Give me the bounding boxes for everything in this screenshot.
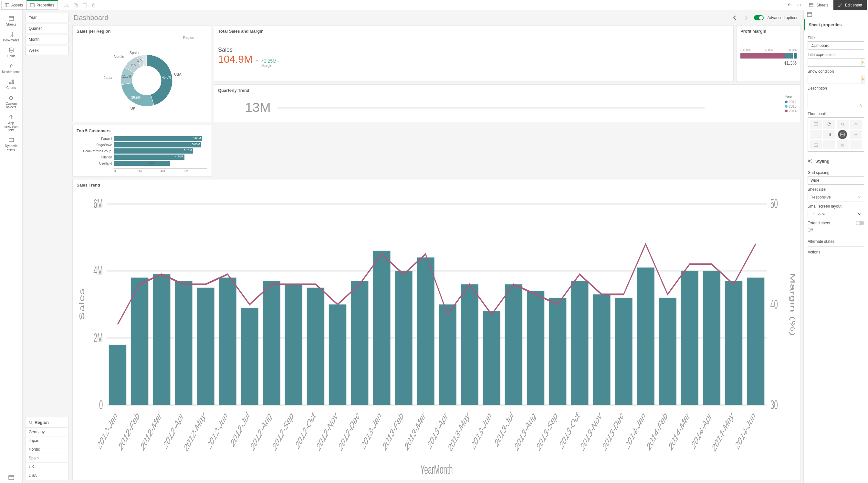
fx-icon[interactable]: fx bbox=[859, 104, 862, 108]
card-sales-trend[interactable]: Sales Trend 02M4M6M304050SalesMargin (%)… bbox=[72, 179, 801, 480]
undo-button[interactable] bbox=[786, 1, 795, 10]
extend-toggle[interactable] bbox=[856, 221, 864, 225]
rail-app-nav[interactable]: App navigation links bbox=[0, 112, 22, 135]
props-section-header: Sheet properties bbox=[804, 19, 868, 30]
copy-button[interactable] bbox=[71, 1, 80, 10]
sheets-button[interactable]: Sheets bbox=[804, 0, 833, 10]
tab-properties[interactable]: Properties bbox=[27, 0, 58, 10]
card-title: Sales Trend bbox=[76, 183, 797, 188]
prev-sheet-button[interactable] bbox=[731, 14, 739, 22]
rail-custom-objects[interactable]: Custom objects bbox=[0, 92, 22, 112]
region-item[interactable]: Japan bbox=[26, 436, 68, 445]
svg-text:50: 50 bbox=[770, 196, 778, 211]
svg-text:2012-May: 2012-May bbox=[183, 409, 207, 455]
svg-rect-79 bbox=[197, 288, 214, 405]
pm-tick: -50.0% bbox=[740, 49, 751, 52]
card-sales-per-region[interactable]: Sales per Region Region 45.5%USA26.9%UK1… bbox=[72, 25, 211, 122]
card-title: Quarterly Trend bbox=[218, 88, 797, 93]
hbar-row: Userland3.6M bbox=[76, 161, 207, 166]
prop-actions[interactable]: Actions bbox=[808, 246, 864, 254]
card-top5-customers[interactable]: Top 5 Customers Paracel5.69MPageWave5.63… bbox=[72, 125, 211, 176]
region-item[interactable]: Germany bbox=[26, 428, 68, 436]
props-tab-icon[interactable] bbox=[804, 10, 868, 19]
svg-text:2013-Jun: 2013-Jun bbox=[470, 409, 493, 452]
title-input[interactable] bbox=[808, 41, 864, 50]
filter-month[interactable]: Month bbox=[25, 35, 68, 44]
title-expression-input[interactable] bbox=[808, 58, 862, 66]
svg-rect-129 bbox=[747, 278, 764, 405]
thumbnail-preview[interactable]: + #1 bbox=[808, 117, 864, 152]
card-title: Profit Margin bbox=[740, 29, 797, 34]
rail-master-items[interactable]: Master items bbox=[0, 60, 22, 76]
rail-dynamic-views[interactable]: Dynamic views bbox=[0, 135, 22, 154]
svg-text:2013-Feb: 2013-Feb bbox=[381, 409, 404, 453]
redo-button[interactable] bbox=[795, 1, 804, 10]
sheets-icon bbox=[809, 3, 814, 8]
filter-quarter[interactable]: Quarter bbox=[25, 24, 68, 33]
cut-button[interactable] bbox=[62, 1, 71, 10]
rail-charts-label: Charts bbox=[6, 86, 16, 90]
svg-rect-107 bbox=[505, 284, 522, 405]
svg-rect-7 bbox=[75, 4, 78, 7]
next-sheet-button[interactable] bbox=[742, 14, 750, 22]
svg-text:2014-Mar: 2014-Mar bbox=[668, 409, 691, 453]
region-item[interactable]: USA bbox=[26, 471, 68, 480]
rail-charts[interactable]: Charts bbox=[0, 76, 22, 92]
hbar-row: Deak-Perera Group.5.11M bbox=[76, 148, 207, 153]
svg-rect-145 bbox=[842, 144, 842, 146]
svg-point-147 bbox=[808, 159, 812, 163]
card-profit-margin[interactable]: Profit Margin -50.0% 0.0% 50.0% bbox=[736, 25, 801, 82]
card-kpi[interactable]: Total Sales and Margin Sales 104.9M - 43… bbox=[214, 25, 734, 82]
fx-button[interactable]: fx bbox=[862, 58, 865, 66]
region-item[interactable]: Spain bbox=[26, 454, 68, 463]
svg-rect-95 bbox=[373, 251, 390, 405]
svg-text:26.9%: 26.9% bbox=[131, 95, 140, 99]
svg-text:4M: 4M bbox=[93, 263, 103, 278]
hbar-row: Talarian4.54M bbox=[76, 154, 207, 160]
rail-bookmarks[interactable]: Bookmarks bbox=[0, 29, 22, 45]
rail-footer-button[interactable] bbox=[5, 472, 18, 483]
sheets-label: Sheets bbox=[816, 3, 828, 7]
svg-text:2014-Feb: 2014-Feb bbox=[645, 409, 669, 453]
gauge-icon bbox=[854, 122, 858, 126]
combo-chart: 02M4M6M304050SalesMargin (%)2012-Jan2012… bbox=[76, 190, 797, 477]
prop-label-title: Title bbox=[808, 35, 864, 40]
tab-assets[interactable]: Assets bbox=[1, 0, 27, 10]
paste-button[interactable] bbox=[80, 1, 89, 10]
rail-custom-label: Custom objects bbox=[1, 102, 21, 109]
styling-section[interactable]: Styling bbox=[804, 155, 868, 167]
svg-rect-19 bbox=[9, 476, 14, 479]
rail-sheets[interactable]: Sheets bbox=[0, 13, 22, 29]
line-icon bbox=[854, 133, 858, 136]
region-item[interactable]: Nordic bbox=[26, 445, 68, 454]
properties-panel: Sheet properties Title Title expression … bbox=[803, 10, 868, 483]
svg-rect-97 bbox=[395, 271, 412, 405]
svg-rect-113 bbox=[571, 281, 588, 405]
svg-point-14 bbox=[9, 48, 13, 49]
region-header[interactable]: Region bbox=[26, 417, 68, 428]
grid-spacing-select[interactable]: Wide bbox=[808, 176, 864, 184]
kpi-value: 104.9M bbox=[218, 53, 253, 65]
rail-fields[interactable]: Fields bbox=[0, 45, 22, 60]
description-input[interactable] bbox=[808, 92, 864, 108]
svg-text:2012-Jun: 2012-Jun bbox=[206, 409, 229, 452]
svg-rect-109 bbox=[527, 291, 544, 405]
advanced-toggle[interactable] bbox=[754, 15, 764, 20]
svg-text:2013-Dec: 2013-Dec bbox=[601, 409, 624, 453]
chart-icon bbox=[8, 79, 14, 85]
region-item[interactable]: UK bbox=[26, 463, 68, 471]
page-title: Dashboard bbox=[74, 13, 108, 22]
sheet-size-select[interactable]: Responsive bbox=[808, 193, 864, 201]
filter-year[interactable]: Year bbox=[25, 13, 68, 22]
svg-rect-85 bbox=[262, 281, 280, 405]
fx-button[interactable]: fx bbox=[862, 75, 865, 83]
filter-week[interactable]: Week bbox=[25, 46, 68, 55]
kpi-sub-label: Margin bbox=[261, 64, 279, 67]
svg-rect-87 bbox=[285, 284, 302, 405]
small-screen-select[interactable]: List view bbox=[808, 210, 864, 218]
show-condition-input[interactable] bbox=[808, 75, 862, 83]
edit-sheet-button[interactable]: Edit sheet bbox=[833, 0, 867, 10]
prop-alt-states[interactable]: Alternate states bbox=[808, 236, 864, 244]
delete-button[interactable] bbox=[89, 1, 98, 10]
card-quarterly-trend[interactable]: Quarterly Trend Year 201220132014 9M10M1… bbox=[214, 84, 801, 122]
